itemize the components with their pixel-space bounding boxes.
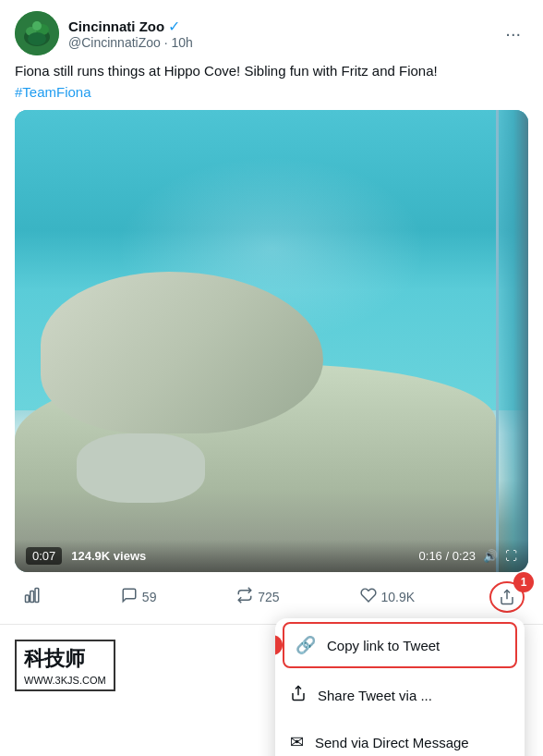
like-icon: [360, 587, 377, 608]
share-via-label: Share Tweet via ...: [318, 688, 432, 703]
comment-count: 59: [142, 590, 157, 604]
share-via-button[interactable]: Share Tweet via ...: [275, 672, 525, 719]
svg-point-5: [28, 32, 46, 45]
video-current-time: 0:07: [26, 547, 62, 565]
share-step-badge: 1: [513, 572, 534, 592]
retweet-icon: [236, 587, 253, 608]
svg-point-4: [32, 21, 42, 30]
watermark-chinese: 科技师: [24, 645, 106, 673]
tweet-body-text: Fiona still runs things at Hippo Cove! S…: [15, 63, 438, 79]
svg-rect-8: [35, 588, 39, 602]
verified-icon: ✓: [168, 18, 180, 35]
stats-button[interactable]: [18, 583, 46, 612]
water-scene: [15, 110, 528, 572]
tweet-video[interactable]: 0:07 124.9K views 0:16 / 0:23 🔊 ⛶: [15, 110, 528, 572]
volume-icon[interactable]: 🔊: [483, 549, 498, 563]
avatar[interactable]: [15, 11, 59, 55]
video-playback-time: 0:16 / 0:23: [419, 549, 476, 563]
video-views: 124.9K views: [71, 549, 146, 563]
tweet-header-left: Cincinnati Zoo ✓ @CincinnatiZoo · 10h: [15, 11, 193, 55]
share-button-wrapper: 1 2 🔗 Copy link to Tweet: [489, 581, 525, 613]
account-handle-time: @CincinnatiZoo · 10h: [68, 35, 193, 50]
svg-rect-7: [30, 591, 34, 602]
tweet-text: Fiona still runs things at Hippo Cove! S…: [15, 61, 528, 103]
video-controls-right: 0:16 / 0:23 🔊 ⛶: [419, 549, 517, 563]
account-info: Cincinnati Zoo ✓ @CincinnatiZoo · 10h: [68, 18, 193, 50]
glass-panel: [496, 110, 528, 572]
copy-link-label: Copy link to Tweet: [327, 638, 440, 653]
like-button[interactable]: 10.9K: [355, 583, 421, 612]
account-name-row: Cincinnati Zoo ✓: [68, 18, 193, 35]
video-overlay: 0:07 124.9K views 0:16 / 0:23 🔊 ⛶: [15, 540, 528, 572]
send-dm-label: Send via Direct Message: [315, 735, 469, 750]
tweet-time: 10h: [171, 35, 192, 50]
retweet-button[interactable]: 725: [231, 583, 284, 612]
watermark: 科技师 WWW.3KJS.COM: [15, 640, 115, 691]
copy-link-icon: 🔗: [296, 635, 316, 655]
hippo-snout: [77, 433, 205, 503]
tweet-header: Cincinnati Zoo ✓ @CincinnatiZoo · 10h ··…: [15, 11, 528, 55]
account-name[interactable]: Cincinnati Zoo: [68, 18, 164, 34]
fullscreen-icon[interactable]: ⛶: [505, 549, 517, 563]
like-count: 10.9K: [381, 590, 416, 604]
copy-link-wrapper: 2 🔗 Copy link to Tweet: [275, 622, 525, 668]
share-via-icon: [290, 685, 307, 706]
retweet-count: 725: [258, 590, 279, 604]
video-thumbnail: [15, 110, 528, 572]
send-dm-button[interactable]: ✉ Send via Direct Message: [275, 719, 525, 756]
copy-link-button[interactable]: 🔗 Copy link to Tweet: [283, 622, 517, 668]
comment-button[interactable]: 59: [115, 583, 163, 612]
share-dropdown-menu: 2 🔗 Copy link to Tweet Share Tw: [275, 618, 525, 756]
comment-icon: [121, 587, 138, 608]
svg-rect-6: [26, 595, 30, 603]
tweet-hashtag[interactable]: #TeamFiona: [15, 84, 91, 100]
watermark-url: WWW.3KJS.COM: [24, 675, 106, 686]
account-handle[interactable]: @CincinnatiZoo: [68, 35, 161, 50]
tweet-actions: 59 725 10.9K: [15, 581, 528, 613]
more-options-button[interactable]: ···: [498, 20, 528, 46]
tweet-container: Cincinnati Zoo ✓ @CincinnatiZoo · 10h ··…: [0, 0, 543, 625]
copy-step-badge: 2: [275, 635, 283, 655]
stats-icon: [24, 587, 41, 608]
send-dm-icon: ✉: [290, 732, 304, 752]
